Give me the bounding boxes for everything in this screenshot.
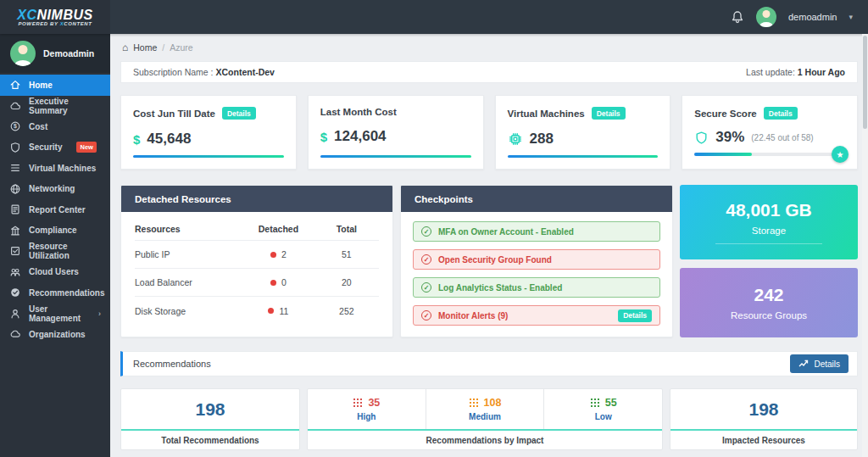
scrollbar-thumb[interactable] [863,36,867,129]
details-badge[interactable]: Details [592,107,626,120]
section-title: Recommendations [133,359,211,369]
card-footer-label: Total Recommendations [121,429,299,449]
user-avatar[interactable] [756,7,776,27]
impacted-resources-card[interactable]: 198 Impacted Resources [670,388,858,450]
impact-high[interactable]: 35 High [308,389,426,429]
subscription-name: XContent-Dev [215,67,274,77]
sidebar-item-recommendations[interactable]: Recommendations [0,282,110,304]
table-row[interactable]: Load Balancer 0 20 [135,269,379,297]
shield-icon [9,142,21,153]
checkbox-icon [9,245,21,257]
details-badge[interactable]: Details [764,107,798,120]
subscription-label: Subscription Name : [133,67,214,77]
brand-logo[interactable]: XCNIMBUS POWERED BY XCONTENT [0,0,110,34]
checkpoint-monitor-alerts[interactable]: ✓ Monitor Alerts (9) Details [413,305,660,326]
resource-groups-card[interactable]: 242 Resource Groups [680,268,858,337]
star-icon[interactable]: ★ [832,146,849,163]
sidebar-item-cost[interactable]: $ Cost [0,116,110,137]
red-dot-icon [270,280,276,286]
middle-row: Detached Resources Resources Detached To… [120,185,858,337]
table-row[interactable]: Disk Storage 11 252 [135,297,379,325]
high-count: 35 [368,397,380,409]
sidebar-item-cloud-users[interactable]: Cloud Users [0,262,110,283]
score-percent: 39% [715,129,744,146]
scrollbar[interactable] [862,34,868,457]
medium-label: Medium [469,412,501,421]
details-badge[interactable]: Details [222,107,256,120]
gradient-underline [133,155,284,158]
card-title: Cost Jun Till Date [133,109,215,119]
sidebar-profile: Demoadmin [0,34,110,73]
checkpoint-open-security-group[interactable]: ✓ Open Security Group Found [413,249,660,270]
profile-avatar[interactable] [10,41,36,66]
sidebar-item-networking[interactable]: Networking [0,179,110,200]
report-icon [9,203,21,215]
sidebar-item-compliance[interactable]: Compliance [0,220,110,242]
last-update-label: Last update: [746,67,795,77]
gradient-underline [320,155,471,158]
sidebar-item-security[interactable]: Security New [0,137,110,159]
sidebar: Demoadmin Home Executive Summary $ Cost … [0,34,110,457]
sidebar-item-organizations[interactable]: Organizations [0,324,110,345]
impact-low[interactable]: 55 Low [544,389,662,429]
checkpoint-log-analytics[interactable]: ✓ Log Analytics Status - Enabled [413,277,660,298]
impact-medium[interactable]: 108 Medium [426,389,545,429]
gradient-underline [508,155,659,158]
server-stack-icon [9,162,21,174]
sidebar-menu: Home Executive Summary $ Cost Security N… [0,73,110,345]
user-icon [9,308,21,320]
total-recommendations-value: 198 [195,399,225,420]
chevron-down-icon[interactable]: ▾ [849,13,853,21]
secure-score-progress: ★ [694,153,842,156]
cloud-icon [9,100,21,112]
score-detail: (22.45 out of 58) [751,133,813,142]
chart-line-icon [798,359,809,369]
red-dot-icon [270,252,276,258]
low-label: Low [595,412,612,421]
card-footer-label: Impacted Resources [670,429,857,449]
breadcrumb-home[interactable]: Home [133,42,157,53]
dollar-icon: $ [9,120,21,132]
dashboard: XCNIMBUS POWERED BY XCONTENT demoadmin ▾… [0,0,868,457]
storage-label: Storage [752,226,786,236]
svg-text:$: $ [14,124,17,131]
recommendations-details-button[interactable]: Details [790,354,849,373]
sidebar-item-executive-summary[interactable]: Executive Summary [0,96,110,117]
checkpoint-mfa[interactable]: ✓ MFA on Owner Account - Enabled [413,221,660,242]
breadcrumb-separator: / [162,42,164,53]
home-icon [9,79,21,91]
panel-title: Detached Resources [121,186,392,212]
cost-value: 45,648 [147,131,191,148]
cpu-chip-icon [508,131,523,147]
main-content: ⌂ Home / Azure Subscription Name : XCont… [110,34,868,457]
last-update-value: 1 Hour Ago [798,67,845,77]
grid-dots-icon [469,398,479,408]
org-cloud-icon [9,328,21,340]
sidebar-item-user-management[interactable]: User Management › [0,304,110,325]
sidebar-item-home[interactable]: Home [0,75,110,96]
stat-cards-row: Cost Jun Till Date Details $ 45,648 Last… [120,95,858,170]
sidebar-item-report-center[interactable]: Report Center [0,199,110,220]
notifications-bell-icon[interactable] [731,10,744,24]
vm-count: 288 [530,131,554,148]
sidebar-item-virtual-machines[interactable]: Virtual Machines [0,158,110,179]
checkpoints-panel: Checkpoints ✓ MFA on Owner Account - Ena… [400,185,673,337]
sidebar-item-resource-utilization[interactable]: Resource Utilization [0,241,110,262]
dollar-icon: $ [320,130,327,144]
top-navbar: XCNIMBUS POWERED BY XCONTENT demoadmin ▾ [0,0,868,34]
breadcrumb-home-icon[interactable]: ⌂ [122,43,128,52]
table-row[interactable]: Public IP 2 51 [135,241,379,269]
users-icon [9,266,21,278]
secure-score-card: Secure Score Details 39% (22.45 out of 5… [682,95,858,170]
divider [715,243,822,244]
building-icon [9,225,21,237]
storage-card[interactable]: 48,001 GB Storage [680,185,858,259]
details-badge[interactable]: Details [618,309,652,322]
username[interactable]: demoadmin [788,12,837,22]
new-badge: New [76,142,96,153]
total-recommendations-card[interactable]: 198 Total Recommendations [120,388,300,450]
recommendations-header: Recommendations Details [120,351,858,376]
chevron-right-icon: › [98,309,101,318]
recommendations-cards-row: 198 Total Recommendations 35 High [120,388,858,450]
last-month-cost-card: Last Month Cost $ 124,604 [308,95,484,170]
